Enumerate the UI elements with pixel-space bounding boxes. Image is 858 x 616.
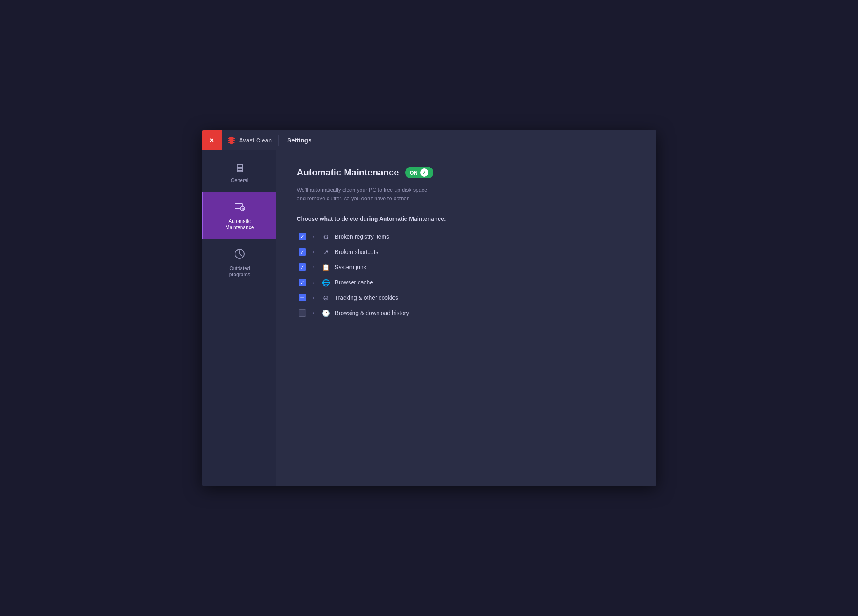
settings-title: Settings [280,137,311,144]
list-item-broken-shortcuts[interactable]: ✓ › ↗ Broken shortcuts [297,245,636,259]
broken-shortcuts-label: Broken shortcuts [335,249,378,255]
browser-cache-icon: 🌐 [321,279,331,287]
sidebar-item-general[interactable]: 🖥 General [202,154,276,192]
tracking-icon: ⊕ [321,294,331,302]
content-title: Automatic Maintenance [297,167,399,178]
content-header: Automatic Maintenance ON ✓ [297,167,636,178]
chevron-icon: › [310,310,317,316]
chevron-icon: › [310,234,317,239]
list-item-tracking-cookies[interactable]: − › ⊕ Tracking & other cookies [297,291,636,305]
checkbox-system-junk[interactable]: ✓ [299,263,306,271]
main-layout: 🖥 General ⚙ AutomaticMaintenance [202,150,656,486]
checkbox-broken-shortcuts[interactable]: ✓ [299,248,306,256]
description-line2: and remove clutter, so you don't have to… [297,194,636,203]
list-item-browser-cache[interactable]: ✓ › 🌐 Browser cache [297,275,636,290]
description-line1: We'll automatically clean your PC to fre… [297,186,636,194]
section-label: Choose what to delete during Automatic M… [297,216,636,222]
chevron-icon: › [310,280,317,285]
sidebar: 🖥 General ⚙ AutomaticMaintenance [202,150,276,486]
general-label: General [231,178,249,184]
logo-icon [227,136,236,145]
toggle-label: ON [409,170,418,176]
content-description: We'll automatically clean your PC to fre… [297,186,636,203]
checkbox-browsing-history[interactable] [299,309,306,317]
outdated-programs-icon [233,248,246,262]
chevron-icon: › [310,295,317,301]
system-junk-icon: 📋 [321,263,331,271]
outdated-programs-label: Outdatedprograms [229,265,250,278]
automatic-maintenance-label: AutomaticMaintenance [226,218,254,231]
app-window: × Avast Clean Settings 🖥 General [202,130,656,486]
system-junk-label: System junk [335,264,366,270]
general-icon: 🖥 [234,163,245,174]
tracking-cookies-label: Tracking & other cookies [335,294,399,301]
automatic-maintenance-icon: ⚙ [233,201,246,215]
title-bar: × Avast Clean Settings [202,130,656,150]
browsing-history-label: Browsing & download history [335,310,409,316]
app-logo: Avast Clean [222,136,277,145]
title-separator [278,135,279,146]
checkbox-tracking-cookies[interactable]: − [299,294,306,301]
maintenance-items-list: ✓ › ⚙ Broken registry items ✓ › ↗ Broken… [297,230,636,320]
checkbox-broken-registry[interactable]: ✓ [299,233,306,240]
broken-registry-label: Broken registry items [335,233,389,240]
registry-icon: ⚙ [321,233,331,241]
checkbox-browser-cache[interactable]: ✓ [299,279,306,286]
sidebar-item-outdated-programs[interactable]: Outdatedprograms [202,239,276,287]
list-item-browsing-history[interactable]: › 🕐 Browsing & download history [297,306,636,320]
toggle-check-icon: ✓ [420,168,428,177]
content-area: Automatic Maintenance ON ✓ We'll automat… [276,150,656,486]
chevron-icon: › [310,249,317,255]
close-button[interactable]: × [202,130,222,150]
sidebar-item-automatic-maintenance[interactable]: ⚙ AutomaticMaintenance [202,192,276,239]
list-item-broken-registry[interactable]: ✓ › ⚙ Broken registry items [297,230,636,244]
app-name-label: Avast Clean [239,137,272,144]
list-item-system-junk[interactable]: ✓ › 📋 System junk [297,260,636,275]
browser-cache-label: Browser cache [335,279,373,286]
chevron-icon: › [310,264,317,270]
browsing-history-icon: 🕐 [321,309,331,317]
svg-text:⚙: ⚙ [241,207,244,211]
toggle-on-badge[interactable]: ON ✓ [405,167,433,178]
shortcuts-icon: ↗ [321,248,331,256]
close-icon: × [210,137,214,144]
svg-line-6 [240,254,242,256]
